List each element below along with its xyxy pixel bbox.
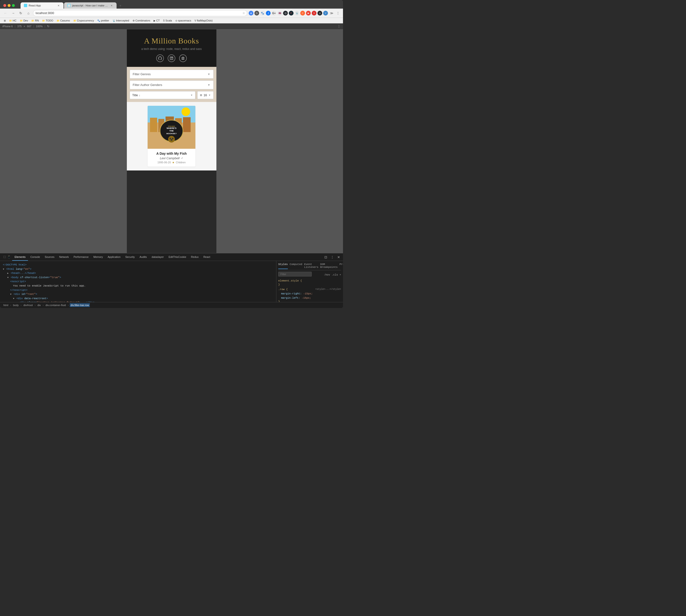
maximize-button[interactable] xyxy=(12,4,15,7)
tab-react-app[interactable]: ⚛ React App ✕ xyxy=(21,2,64,8)
bookmark-apps[interactable]: ⊞ xyxy=(2,19,7,22)
bookmark-casumo[interactable]: 📁 Casumo xyxy=(55,19,71,22)
tab-dataslayer[interactable]: dataslayer xyxy=(149,254,166,261)
device-zoom[interactable]: 100% xyxy=(36,25,43,28)
tab-js[interactable]: ⬜ javascript - How can I make a... ✕ xyxy=(64,2,116,8)
extension-icon-prettier[interactable]: P xyxy=(289,11,294,16)
extension-icon-ct[interactable]: ▶ xyxy=(306,11,311,16)
path-html[interactable]: html xyxy=(2,303,9,307)
tab-console[interactable]: Console xyxy=(28,254,42,261)
html-line-noscript[interactable]: <noscript> xyxy=(2,280,274,284)
bookmark-prettier[interactable]: 🐾 prettier xyxy=(96,19,110,22)
row-prop1[interactable]: margin-right: -15px; xyxy=(278,292,341,296)
row-prop2[interactable]: margin-left: -15px; xyxy=(278,296,341,300)
extension-icon-3[interactable]: 🐾 xyxy=(260,11,265,16)
bookmark-combinators[interactable]: ⚙ Combinators xyxy=(131,19,152,22)
tab-performance[interactable]: Performance xyxy=(71,254,91,261)
devtools-menu-button[interactable]: ⋮ xyxy=(329,254,335,260)
settings-icon[interactable] xyxy=(179,54,187,62)
path-body[interactable]: body xyxy=(12,303,20,307)
forward-button[interactable]: → xyxy=(10,10,16,16)
extension-icon-intercepted[interactable]: 📡 xyxy=(295,11,299,16)
tab-close-2[interactable]: ✕ xyxy=(110,4,113,7)
github-icon[interactable] xyxy=(156,54,164,62)
tab-memory[interactable]: Memory xyxy=(91,254,105,261)
devtools-dock-button[interactable]: ⊡ xyxy=(323,254,328,260)
tab-security[interactable]: Security xyxy=(123,254,137,261)
address-bar[interactable]: localhost:3000 ☆ xyxy=(33,10,247,16)
row-source[interactable]: <style>...</style> xyxy=(315,288,341,292)
reload-button[interactable]: ↻ xyxy=(18,10,24,16)
bookmark-intercepted[interactable]: 📡 Intercepted xyxy=(111,19,131,22)
tab-react[interactable]: React xyxy=(201,254,213,261)
styles-tab-dombreakpoints[interactable]: DOM Breakpoints xyxy=(320,263,338,269)
back-button[interactable]: ← xyxy=(2,10,8,16)
styles-filter-input[interactable] xyxy=(278,272,312,277)
tab-audits[interactable]: Audits xyxy=(137,254,149,261)
per-page-select[interactable]: ⊞ 16 ▼ xyxy=(197,91,213,99)
filter-genders-select[interactable]: Filter Author Genders ▼ xyxy=(130,81,214,89)
html-line-html[interactable]: <html lang="en"> xyxy=(2,267,274,271)
bookmark-dev[interactable]: 📁 Dev xyxy=(18,19,29,22)
extension-icon-6[interactable]: 🇬🇧 xyxy=(277,11,282,16)
html-line-root[interactable]: <div id="root"> xyxy=(2,292,274,296)
sort-select[interactable]: Title ↕ ▼ xyxy=(130,91,196,99)
path-container[interactable]: div.container-fluid xyxy=(45,303,67,307)
devtools-mobile-icon[interactable]: 📱 xyxy=(7,255,11,258)
styles-tab-computed[interactable]: Computed xyxy=(290,263,302,269)
bookmark-ct[interactable]: ▶ CT xyxy=(152,19,161,22)
device-refresh-button[interactable]: ↻ xyxy=(47,25,49,28)
extension-icon-gh2[interactable]: ⊙ xyxy=(318,11,322,16)
bookmark-hc[interactable]: 📁 HC xyxy=(8,19,18,22)
home-button[interactable]: ⌂ xyxy=(25,10,31,16)
new-tab-button[interactable]: + xyxy=(117,3,123,8)
devtools-close-button[interactable]: ✕ xyxy=(336,254,341,260)
styles-tab-properties[interactable]: Properties xyxy=(339,263,343,269)
bookmark-flatmap[interactable]: V flatMap(Oslo) xyxy=(193,19,214,22)
tab-network[interactable]: Network xyxy=(57,254,71,261)
extension-icon-5[interactable]: G+ xyxy=(272,11,276,16)
path-filterbar[interactable]: div.filter-bar.row xyxy=(70,303,90,307)
extension-icon-4[interactable]: J xyxy=(266,11,271,16)
extension-icon-gh[interactable]: ⊙ xyxy=(283,11,288,16)
extension-icon-2[interactable]: G xyxy=(254,11,259,16)
tab-editthiscookie[interactable]: EditThisCookie xyxy=(166,254,189,261)
html-line-head[interactable]: <head>...</head> xyxy=(2,271,274,276)
device-height[interactable]: 667 xyxy=(27,25,31,28)
html-tree-panel[interactable]: <!DOCTYPE html> <html lang="en"> <head>.… xyxy=(0,261,276,302)
styles-tab-eventlisteners[interactable]: Event Listeners xyxy=(304,263,318,269)
extension-icon-vm[interactable]: V xyxy=(323,11,328,16)
styles-tab-styles[interactable]: Styles xyxy=(278,263,288,269)
tab-application[interactable]: Application xyxy=(105,254,123,261)
linkedin-icon[interactable] xyxy=(168,54,175,62)
minimize-button[interactable] xyxy=(8,4,10,7)
extension-icon-comb[interactable]: C xyxy=(300,11,305,16)
html-line-reactroot[interactable]: <div data-reactroot> xyxy=(2,296,274,301)
scala-icon: S xyxy=(163,19,165,22)
bookmark-rn[interactable]: 📁 RN xyxy=(30,19,40,22)
tab-elements[interactable]: Elements xyxy=(12,254,28,261)
bookmark-todo[interactable]: 📁 TODO xyxy=(41,19,55,22)
bookmark-scala[interactable]: S Scala xyxy=(162,19,173,22)
bookmark-crypto[interactable]: 📁 Crypocurrency xyxy=(72,19,95,22)
tab-close-1[interactable]: ✕ xyxy=(57,4,60,7)
more-extensions-button[interactable]: ≫ xyxy=(329,11,335,15)
html-line-body[interactable]: <body cf-shortcut-listen="true"> xyxy=(2,276,274,280)
html-line-noscript-close[interactable]: </noscript> xyxy=(2,288,274,292)
filter-genres-select[interactable]: Filter Genres ▼ xyxy=(130,70,214,79)
tab-redux[interactable]: Redux xyxy=(189,254,201,261)
book-card[interactable]: STAR WARS WHERE'S THE WOOKIEE? xyxy=(148,106,195,167)
path-divroot[interactable]: div#root xyxy=(22,303,34,307)
bookmark-spacemacs[interactable]: ⊙ spacemacs xyxy=(174,19,193,22)
extension-icon-scala[interactable]: S xyxy=(312,11,317,16)
device-width[interactable]: 375 xyxy=(17,25,21,28)
devtools-options-button[interactable]: ⋮ xyxy=(337,24,341,28)
extension-icon-1[interactable]: ⊕ xyxy=(249,11,253,16)
menu-button[interactable]: ⋮ xyxy=(335,11,341,15)
close-button[interactable] xyxy=(3,4,6,7)
device-name[interactable]: iPhone 6 xyxy=(2,25,13,28)
devtools-inspect-icon[interactable]: ⬚ xyxy=(3,255,6,258)
bookmark-star-icon[interactable]: ☆ xyxy=(242,12,245,15)
path-div[interactable]: div xyxy=(37,303,42,307)
tab-sources[interactable]: Sources xyxy=(42,254,57,261)
